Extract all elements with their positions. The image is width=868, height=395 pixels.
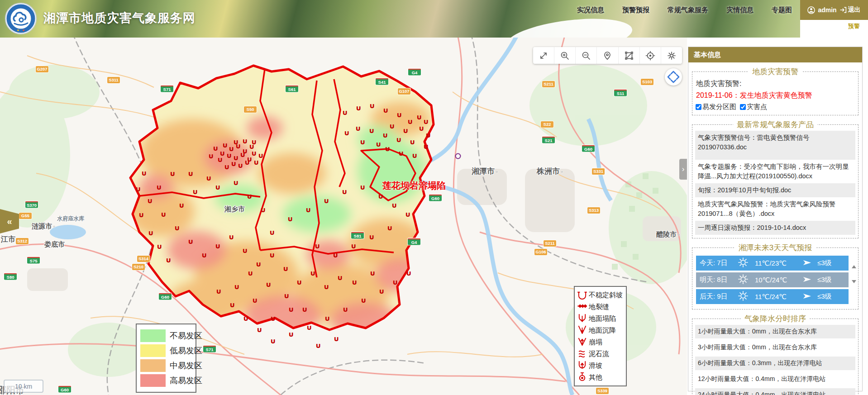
disaster-point-marker[interactable]: ∪ (360, 138, 365, 146)
disaster-point-marker[interactable]: ∪ (361, 296, 366, 305)
disaster-point-marker[interactable]: ∪ (138, 211, 144, 219)
disaster-point-marker[interactable]: ∪ (208, 152, 214, 160)
disaster-point-marker[interactable]: ∪ (305, 206, 311, 214)
logout-button[interactable]: 退出 (839, 6, 861, 14)
scroll-up-icon[interactable] (852, 265, 856, 268)
disaster-point-marker[interactable]: ∪ (383, 106, 388, 114)
disaster-point-marker[interactable]: ∪ (337, 274, 343, 282)
disaster-point-marker[interactable]: ∪ (179, 201, 184, 209)
disaster-point-marker[interactable]: ∪ (284, 292, 289, 300)
disaster-point-marker[interactable]: ∪ (352, 278, 357, 286)
disaster-point-marker[interactable]: ∪ (215, 242, 220, 250)
disaster-point-marker[interactable]: ∪ (226, 152, 232, 160)
disaster-point-marker[interactable]: ∪ (251, 138, 257, 146)
disaster-point-marker[interactable]: ∪ (266, 281, 271, 289)
disaster-point-marker[interactable]: ∪ (283, 265, 288, 273)
product-row[interactable]: 气象专题服务：受冷空气南下影响，我市有一次明显降温...风力加大过程(20191… (695, 160, 855, 183)
forecast-scrollbar[interactable] (851, 265, 857, 283)
disaster-point-marker[interactable]: ∪ (288, 305, 294, 314)
disaster-point-marker[interactable]: ∪ (370, 269, 375, 277)
disaster-point-marker[interactable]: ∪ (270, 314, 276, 323)
disaster-point-marker[interactable]: ∪ (188, 238, 193, 246)
disaster-point-marker[interactable]: ∪ (170, 170, 175, 178)
forecast-row[interactable]: 明天: 8日10℃/24℃≤3级 (696, 272, 849, 287)
zoom-out-button[interactable] (576, 47, 597, 64)
disaster-point-marker[interactable]: ∪ (269, 228, 275, 237)
disaster-point-marker[interactable]: ∪ (310, 269, 315, 277)
map-pan-control[interactable] (665, 68, 682, 86)
disaster-point-marker[interactable]: ∪ (343, 305, 348, 314)
disaster-point-marker[interactable]: ∪ (342, 109, 348, 117)
disaster-point-marker[interactable]: ∪ (174, 224, 180, 232)
admin-box[interactable]: admin 退出 (800, 0, 868, 20)
disaster-point-marker[interactable]: ∪ (161, 210, 166, 219)
disaster-point-marker[interactable]: ∪ (233, 179, 238, 187)
disaster-point-marker[interactable]: ∪ (238, 162, 243, 170)
disaster-point-marker[interactable]: ∪ (369, 102, 375, 110)
disaster-point-marker[interactable]: ∪ (412, 152, 417, 160)
disaster-point-marker[interactable]: ∪ (224, 163, 229, 171)
disaster-point-marker[interactable]: ∪ (306, 324, 312, 332)
disaster-point-marker[interactable]: ∪ (287, 215, 293, 223)
nav-item-专题图[interactable]: 专题图 (772, 6, 792, 14)
disaster-point-marker[interactable]: ∪ (356, 104, 361, 112)
disaster-point-marker[interactable]: ∪ (201, 251, 207, 259)
nav-item-预警预报[interactable]: 预警预报 (622, 6, 649, 14)
disaster-point-marker[interactable]: ∪ (403, 127, 408, 135)
special-point-marker[interactable] (455, 153, 461, 159)
disaster-point-marker[interactable]: ∪ (256, 260, 261, 268)
disaster-point-marker[interactable]: ∪ (389, 122, 395, 130)
disaster-point-marker[interactable]: ∪ (216, 287, 221, 295)
disaster-point-marker[interactable]: ∪ (416, 113, 422, 121)
disaster-point-marker[interactable]: ∪ (188, 170, 193, 178)
disaster-point-marker[interactable]: ∪ (215, 183, 220, 191)
disaster-point-marker[interactable]: ∪ (269, 251, 275, 259)
forecast-row[interactable]: 今天: 7日11℃/23℃≤3级 (696, 256, 849, 271)
disaster-point-marker[interactable]: ∪ (288, 330, 294, 338)
disaster-point-marker[interactable]: ∪ (157, 243, 162, 251)
disaster-point-marker[interactable]: ∪ (231, 160, 236, 168)
points-checkbox[interactable] (740, 104, 746, 110)
disaster-point-marker[interactable]: ∪ (240, 151, 245, 159)
disaster-point-marker[interactable]: ∪ (213, 144, 218, 152)
product-row[interactable]: 一周逐日滚动预报：2019-10-14.docx (695, 221, 855, 235)
disaster-point-marker[interactable]: ∪ (369, 127, 374, 135)
disaster-point-marker[interactable]: ∪ (270, 337, 276, 345)
disaster-point-marker[interactable]: ∪ (258, 152, 263, 160)
disaster-point-marker[interactable]: ∪ (376, 140, 381, 148)
disaster-point-marker[interactable]: ∪ (406, 269, 411, 277)
disaster-point-marker[interactable]: ∪ (217, 156, 223, 164)
disaster-point-marker[interactable]: ∪ (351, 242, 356, 250)
product-row[interactable]: 地质灾害气象风险预警：地质灾害气象风险预警2019071...8（黄色）.doc… (695, 197, 855, 221)
crosshair-button[interactable] (640, 47, 661, 64)
disaster-point-marker[interactable]: ∪ (425, 131, 431, 139)
disaster-point-marker[interactable]: ∪ (244, 158, 250, 167)
disaster-point-marker[interactable]: ∪ (324, 314, 330, 323)
disaster-point-marker[interactable]: ∪ (257, 326, 262, 334)
disaster-point-marker[interactable]: ∪ (344, 129, 349, 137)
disaster-point-marker[interactable]: ∪ (296, 278, 302, 286)
disaster-point-marker[interactable]: ∪ (342, 188, 347, 196)
disaster-point-marker[interactable]: ∪ (385, 145, 390, 153)
disaster-point-marker[interactable]: ∪ (206, 174, 211, 182)
points-layer-toggle[interactable]: 灾害点 (740, 103, 767, 111)
disaster-point-marker[interactable]: ∪ (260, 206, 266, 214)
disaster-point-marker[interactable]: ∪ (355, 124, 361, 133)
disaster-point-marker[interactable]: ∪ (156, 183, 162, 191)
disaster-point-marker[interactable]: ∪ (247, 192, 252, 200)
disaster-point-marker[interactable]: ∪ (360, 183, 365, 191)
disaster-point-marker[interactable]: ∪ (410, 138, 415, 146)
disaster-point-marker[interactable]: ∪ (252, 296, 258, 305)
disaster-point-marker[interactable]: ∪ (324, 283, 329, 291)
nav-item-灾情信息[interactable]: 灾情信息 (726, 6, 754, 14)
disaster-point-marker[interactable]: ∪ (192, 188, 198, 196)
disaster-point-marker[interactable]: ∪ (166, 256, 171, 264)
nav-item-常规气象服务[interactable]: 常规气象服务 (668, 6, 708, 14)
disaster-point-marker[interactable]: ∪ (379, 287, 384, 295)
disaster-point-marker[interactable]: ∪ (234, 283, 239, 291)
disaster-point-marker[interactable]: ∪ (398, 149, 404, 157)
disaster-point-marker[interactable]: ∪ (135, 185, 141, 193)
disaster-point-marker[interactable]: ∪ (229, 233, 234, 241)
disaster-point-marker[interactable]: ∪ (392, 278, 398, 286)
fullscreen-button[interactable] (533, 47, 554, 64)
